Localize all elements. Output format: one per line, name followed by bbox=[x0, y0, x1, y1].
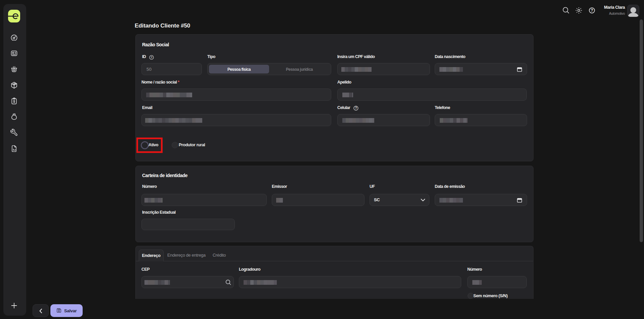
svg-text:?: ? bbox=[151, 55, 153, 59]
svg-text:?: ? bbox=[355, 106, 357, 110]
